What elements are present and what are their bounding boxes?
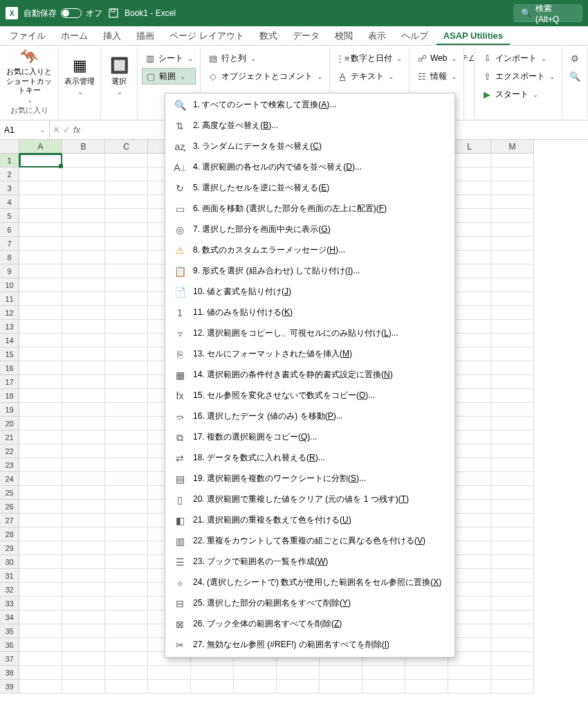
cell[interactable] [62,500,105,514]
cell[interactable] [62,306,105,320]
cell[interactable] [19,389,62,403]
cell[interactable] [105,251,148,264]
cell[interactable] [105,347,148,361]
column-header[interactable]: B [62,140,105,154]
cell[interactable] [19,610,62,624]
cell[interactable] [491,389,534,403]
start-button[interactable]: ▶スタート [479,86,558,102]
menu-item-14[interactable]: ▦14. 選択範囲の条件付き書式を静的書式設定に置換(N) [165,365,454,386]
cell[interactable] [105,278,148,292]
menu-item-21[interactable]: ◧21. 選択範囲の重複を数えて色を付ける(U) [165,510,454,531]
cell[interactable] [320,680,362,694]
row-header[interactable]: 13 [0,320,19,334]
cell[interactable] [62,624,105,638]
menu-item-7[interactable]: ◎7. 選択した部分を画面中央に表示(G) [165,219,454,240]
cell[interactable] [362,666,405,680]
menu-item-11[interactable]: 111. 値のみを貼り付ける(K) [165,302,454,323]
cell[interactable] [105,361,148,375]
cell[interactable] [491,375,534,389]
rowcol-button[interactable]: ▤行と列 [205,50,325,66]
cell[interactable] [19,583,62,597]
help-button[interactable]: 🔍 [567,68,583,84]
menu-item-3[interactable]: aⱬ3. ランダムにデータを並べ替え(C) [165,136,454,157]
row-header[interactable]: 2 [0,168,19,181]
cell[interactable] [491,417,534,431]
view-manager-button[interactable]: ▦ 表示管理 [63,48,96,104]
tab-data[interactable]: データ [286,27,327,45]
menu-item-13[interactable]: ⎘13. セルにフォーマットされた値を挿入(M) [165,344,454,365]
cell[interactable] [105,209,148,223]
cell[interactable] [105,624,148,638]
cell[interactable] [62,597,105,610]
menu-item-18[interactable]: ⇄18. データを数式に入れ替える(R)... [165,448,454,469]
cell[interactable] [105,638,148,652]
cell[interactable] [62,251,105,264]
cell[interactable] [19,638,62,652]
cell[interactable] [491,486,534,500]
cell[interactable] [62,666,105,680]
menu-item-10[interactable]: 📄10. 値と書式を貼り付け(J) [165,282,454,302]
cell[interactable] [491,624,534,638]
row-header[interactable]: 5 [0,209,19,223]
cell[interactable] [105,666,148,680]
cell[interactable] [105,264,148,278]
row-header[interactable]: 24 [0,472,19,486]
tab-formulas[interactable]: 数式 [252,27,284,45]
row-header[interactable]: 22 [0,444,19,458]
cell[interactable] [19,320,62,334]
cell[interactable] [491,237,534,251]
toggle-switch-icon[interactable] [61,8,82,18]
cell[interactable] [62,389,105,403]
cell[interactable] [62,610,105,624]
menu-item-24[interactable]: ⟐24. (選択したシートで) 数式が使用した範囲名をセル参照に置換(X) [165,572,454,593]
cell[interactable] [491,292,534,306]
cell[interactable] [491,444,534,458]
cell[interactable] [19,472,62,486]
cell[interactable] [491,541,534,555]
search-box[interactable]: 🔍 検索 (Alt+Q [513,4,582,22]
cell[interactable] [491,472,534,486]
cell[interactable] [105,541,148,555]
cell[interactable] [62,334,105,347]
tab-view[interactable]: 表示 [361,27,393,45]
cell[interactable] [19,597,62,610]
cell[interactable] [19,251,62,264]
cell[interactable] [19,347,62,361]
cell[interactable] [105,389,148,403]
cell[interactable] [19,195,62,209]
tab-asap-utilities[interactable]: ASAP Utilities [437,28,510,45]
cell[interactable] [62,403,105,417]
cell[interactable] [491,431,534,444]
menu-item-27[interactable]: ✂27. 無効なセル参照 (#REF!) の範囲名すべてを削除(I) [165,635,454,655]
row-header[interactable]: 10 [0,278,19,292]
cell[interactable] [105,458,148,472]
row-header[interactable]: 9 [0,264,19,278]
cell[interactable] [62,472,105,486]
cell[interactable] [19,431,62,444]
cell[interactable] [105,472,148,486]
cell[interactable] [491,500,534,514]
row-header[interactable]: 14 [0,334,19,347]
cell[interactable] [491,638,534,652]
cell[interactable] [491,209,534,223]
cell[interactable] [448,680,491,694]
cell[interactable] [362,680,405,694]
favorites-shortcut-button[interactable]: 🦘 お気に入りとショートカットキー [4,48,54,104]
cell[interactable] [62,541,105,555]
menu-item-17[interactable]: ⧉17. 複数の選択範囲をコピー(Q)... [165,427,454,448]
cell[interactable] [62,195,105,209]
cell[interactable] [491,223,534,237]
cell[interactable] [19,541,62,555]
cell[interactable] [19,375,62,389]
cell[interactable] [491,154,534,168]
menu-item-12[interactable]: ▿12. 選択範囲をコピーし、可視セルにのみ貼り付け(L)... [165,323,454,344]
cell[interactable] [62,569,105,583]
tab-insert[interactable]: 挿入 [96,27,128,45]
row-header[interactable]: 30 [0,555,19,569]
cell[interactable] [491,555,534,569]
cell[interactable] [19,209,62,223]
cell[interactable] [62,264,105,278]
cell[interactable] [19,292,62,306]
row-header[interactable]: 25 [0,486,19,500]
cell[interactable] [19,168,62,181]
